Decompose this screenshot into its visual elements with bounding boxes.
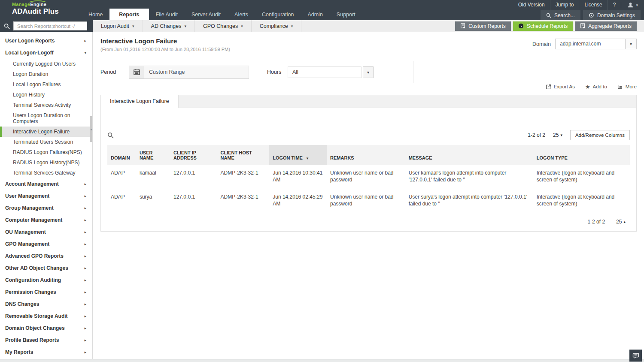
sidebar-section-group-management[interactable]: Group Management▸: [0, 202, 92, 214]
col-remarks[interactable]: REMARKS: [327, 145, 405, 165]
sidebar-item-radius-logon-history-nps-[interactable]: RADIUS Logon History(NPS): [0, 157, 92, 168]
add-remove-columns-button[interactable]: Add/Remove Columns: [570, 130, 630, 140]
product-name: ADAudit Plus: [12, 7, 59, 16]
sidebar-section-local-logon-logoff[interactable]: Local Logon-Logoff▾: [0, 47, 92, 59]
sidebar-section-advanced-gpo-reports[interactable]: Advanced GPO Reports▸: [0, 250, 92, 262]
sidebar-section-label: Profile Based Reports: [5, 337, 59, 343]
col-user-name[interactable]: USER NAME: [136, 145, 170, 165]
chevron-down-icon[interactable]: ▾: [363, 66, 374, 78]
link-label: Export As: [554, 84, 575, 89]
domain-settings-button[interactable]: Domain Settings: [583, 10, 641, 20]
sidebar-section-gpo-management[interactable]: GPO Management▸: [0, 238, 92, 250]
jump-to-link[interactable]: Jump to: [550, 0, 579, 10]
more-icon: [617, 84, 623, 90]
domain-select[interactable]: adap.internal.com ▾: [555, 39, 637, 49]
sidebar-section-label: My Reports: [5, 349, 33, 355]
sidebar-section-profile-based-reports[interactable]: Profile Based Reports▸: [0, 334, 92, 346]
help-link[interactable]: ?: [608, 0, 621, 10]
col-message[interactable]: MESSAGE: [405, 145, 533, 165]
gear-icon: [589, 12, 594, 18]
table-row[interactable]: ADAPsurya127.0.0.1ADMP-2K3-32-1Jun 14,20…: [107, 189, 630, 213]
menu-compliance[interactable]: Compliance ▾: [252, 20, 302, 32]
aggregate-reports-button[interactable]: Aggregate Reports: [575, 21, 637, 31]
table-header: DOMAIN USER NAME CLIENT IP ADDRESS CLIEN…: [107, 145, 630, 165]
report-content: Interactive Logon Failure (From Jun 01,2…: [93, 32, 644, 362]
user-menu[interactable]: ▾: [621, 2, 640, 8]
nav-support[interactable]: Support: [330, 9, 362, 20]
table-search-icon[interactable]: [107, 132, 114, 139]
report-page-icon: [460, 23, 465, 29]
sidebar-section-label: Account Management: [5, 181, 59, 187]
chevron-right-icon: ▸: [84, 242, 86, 246]
chevron-right-icon: ▸: [84, 254, 86, 258]
chevron-right-icon: ▸: [84, 350, 86, 354]
nav-reports[interactable]: Reports: [109, 9, 149, 20]
chevron-down-icon: ▾: [132, 24, 134, 28]
sidebar-item-logon-duration[interactable]: Logon Duration: [0, 69, 92, 79]
brand-logo[interactable]: ManageEngine ADAudit Plus: [12, 2, 59, 16]
sidebar-section-ou-management[interactable]: OU Management▸: [0, 226, 92, 238]
sidebar-item-terminal-services-activity[interactable]: Terminal Services Activity: [0, 100, 92, 110]
sidebar-section-label: Configuration Auditing: [5, 277, 61, 283]
app-header: ManageEngine ADAudit Plus Old Version Ju…: [0, 0, 644, 20]
schedule-reports-button[interactable]: Schedule Reports: [513, 21, 573, 31]
nav-home[interactable]: Home: [82, 9, 109, 20]
col-logon-time[interactable]: LOGON TIME▼: [269, 145, 327, 165]
sidebar-item-terminated-users-session[interactable]: Terminated Users Session: [0, 137, 92, 147]
page-size-dropdown-bottom[interactable]: 25 ▴: [616, 219, 626, 225]
chevron-right-icon: ▸: [84, 230, 86, 234]
menu-ad-changes[interactable]: AD Changes ▾: [143, 20, 195, 32]
calendar-icon[interactable]: [129, 66, 144, 78]
col-logon-type[interactable]: LOGON TYPE: [533, 145, 630, 165]
sidebar-section-removable-storage-audit[interactable]: Removable Storage Audit▸: [0, 310, 92, 322]
old-version-link[interactable]: Old Version: [513, 0, 550, 10]
sidebar-section-permission-changes[interactable]: Permission Changes▸: [0, 286, 92, 298]
add-to-link[interactable]: ★ Add to: [585, 84, 607, 90]
sidebar-section-label: Other AD Object Changes: [5, 265, 68, 271]
sidebar-item-radius-logon-failures-nps-[interactable]: RADIUS Logon Failures(NPS): [0, 147, 92, 157]
sidebar-item-interactive-logon-failure[interactable]: Interactive Logon Failure: [0, 127, 92, 137]
sidebar-item-terminal-services-gateway[interactable]: Terminal Services Gateway: [0, 168, 92, 178]
report-page-icon: [580, 23, 585, 29]
sidebar-item-users-logon-duration-on-computers[interactable]: Users Logon Duration on Computers: [0, 110, 92, 127]
custom-reports-button[interactable]: Custom Reports: [455, 21, 511, 31]
report-search-input[interactable]: [13, 21, 87, 30]
col-label: CLIENT HOST NAME: [221, 150, 252, 160]
sidebar-item-local-logon-failures[interactable]: Local Logon Failures: [0, 79, 92, 90]
sidebar-section-user-management[interactable]: User Management▸: [0, 190, 92, 202]
nav-admin[interactable]: Admin: [301, 9, 329, 20]
global-search-button[interactable]: Search...: [541, 10, 580, 20]
period-picker[interactable]: Custom Range: [129, 66, 249, 79]
sidebar-section-label: Local Logon-Logoff: [5, 50, 54, 56]
page-size-dropdown[interactable]: 25 ▾: [553, 132, 562, 138]
sidebar-section-my-reports[interactable]: My Reports▸: [0, 346, 92, 358]
license-link[interactable]: License: [579, 0, 607, 10]
sidebar-section-computer-management[interactable]: Computer Management▸: [0, 214, 92, 226]
table-row[interactable]: ADAPkamaal127.0.0.1ADMP-2K3-32-1Jun 14,2…: [107, 165, 630, 189]
col-domain[interactable]: DOMAIN: [107, 145, 136, 165]
sidebar-section-user-logon-reports[interactable]: User Logon Reports▸: [0, 35, 92, 47]
more-link[interactable]: More: [617, 84, 637, 90]
nav-file-audit[interactable]: File Audit: [149, 9, 185, 20]
menu-logon-audit[interactable]: Logon Audit ▾: [93, 20, 143, 32]
export-as-link[interactable]: Export As: [546, 84, 575, 90]
sidebar-section-account-management[interactable]: Account Management▸: [0, 178, 92, 190]
sidebar-scrollbar-thumb[interactable]: ◂: [90, 116, 92, 142]
nav-configuration[interactable]: Configuration: [255, 9, 301, 20]
chevron-down-icon[interactable]: ▾: [625, 39, 636, 49]
sidebar-item-currently-logged-on-users[interactable]: Currently Logged On Users: [0, 59, 92, 69]
sidebar-section-dns-changes[interactable]: DNS Changes▸: [0, 298, 92, 310]
sidebar-section-domain-object-changes[interactable]: Domain Object Changes▸: [0, 322, 92, 334]
tab-interactive-logon-failure[interactable]: Interactive Logon Failure: [101, 95, 179, 108]
chat-button[interactable]: [629, 350, 642, 362]
sidebar-section-other-ad-object-changes[interactable]: Other AD Object Changes▸: [0, 262, 92, 274]
period-value: Custom Range: [144, 69, 185, 75]
hours-select[interactable]: All: [288, 66, 361, 78]
col-client-ip[interactable]: CLIENT IP ADDRESS: [170, 145, 217, 165]
col-client-host[interactable]: CLIENT HOST NAME: [217, 145, 270, 165]
menu-gpo-changes[interactable]: GPO Changes ▾: [195, 20, 252, 32]
nav-server-audit[interactable]: Server Audit: [185, 9, 228, 20]
sidebar-item-logon-history[interactable]: Logon History: [0, 90, 92, 100]
nav-alerts[interactable]: Alerts: [228, 9, 255, 20]
sidebar-section-configuration-auditing[interactable]: Configuration Auditing▸: [0, 274, 92, 286]
